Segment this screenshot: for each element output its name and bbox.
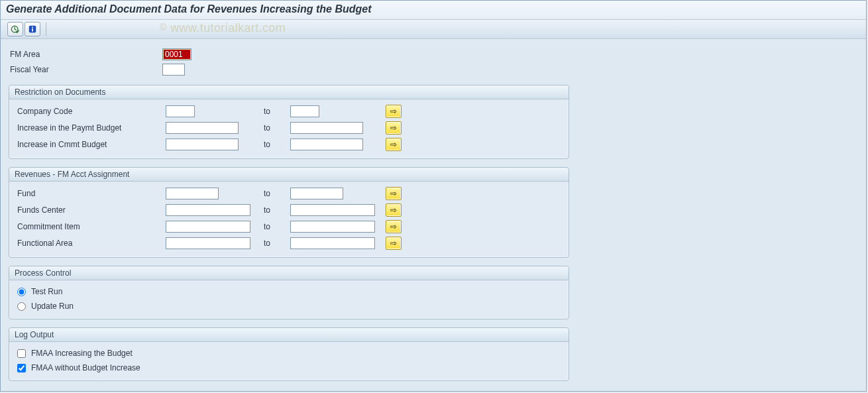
fmaa-increasing-check[interactable] xyxy=(17,349,26,358)
app-window: Generate Additional Document Data for Re… xyxy=(0,0,867,392)
funds-center-row: Funds Center to ⇨ xyxy=(15,202,563,218)
group-revenues-title: Revenues - FM Acct Assignment xyxy=(9,168,569,182)
to-label: to xyxy=(264,222,290,231)
multiple-selection-button[interactable]: ⇨ xyxy=(386,105,402,118)
functional-area-label: Functional Area xyxy=(15,239,166,248)
funds-center-to[interactable] xyxy=(290,204,375,216)
funds-center-from[interactable] xyxy=(166,204,250,216)
company-code-from[interactable] xyxy=(166,105,195,117)
arrow-right-icon: ⇨ xyxy=(390,206,397,214)
group-log-body: FMAA Increasing the Budget FMAA without … xyxy=(9,342,569,380)
company-code-row: Company Code to ⇨ xyxy=(15,103,563,119)
fmaa-without-label: FMAA without Budget Increase xyxy=(31,363,140,372)
arrow-right-icon: ⇨ xyxy=(390,190,397,197)
increase-paymt-to[interactable] xyxy=(290,122,363,134)
increase-cmmt-from[interactable] xyxy=(166,139,239,150)
test-run-radio[interactable] xyxy=(17,288,26,296)
svg-rect-3 xyxy=(32,28,33,31)
to-label: to xyxy=(264,140,290,149)
test-run-row: Test Run xyxy=(15,284,563,299)
update-run-radio[interactable] xyxy=(17,302,26,311)
commitment-item-label: Commitment Item xyxy=(15,222,166,231)
fund-label: Fund xyxy=(15,189,166,198)
toolbar-separator xyxy=(46,23,46,36)
company-code-to[interactable] xyxy=(290,105,319,117)
functional-area-row: Functional Area to ⇨ xyxy=(15,235,563,251)
commitment-item-to[interactable] xyxy=(290,221,375,233)
increase-cmmt-to[interactable] xyxy=(290,139,363,150)
group-process-title: Process Control xyxy=(9,266,569,280)
test-run-label: Test Run xyxy=(31,287,62,296)
watermark: © www.tutorialkart.com xyxy=(160,21,286,35)
header-fields: FM Area Fiscal Year xyxy=(9,47,858,77)
group-restriction-body: Company Code to ⇨ Increase in the Paymt … xyxy=(9,99,569,158)
group-restriction: Restriction on Documents Company Code to… xyxy=(9,85,569,159)
increase-paymt-row: Increase in the Paymt Budget to ⇨ xyxy=(15,120,563,136)
fund-row: Fund to ⇨ xyxy=(15,186,563,201)
group-restriction-title: Restriction on Documents xyxy=(9,85,569,99)
multiple-selection-button[interactable]: ⇨ xyxy=(386,220,402,233)
arrow-right-icon: ⇨ xyxy=(390,107,397,115)
increase-cmmt-row: Increase in Cmmt Budget to ⇨ xyxy=(15,137,563,152)
update-run-row: Update Run xyxy=(15,299,563,313)
fm-area-label: FM Area xyxy=(9,50,162,59)
group-process: Process Control Test Run Update Run xyxy=(9,266,569,319)
app-toolbar: © www.tutorialkart.com xyxy=(1,20,866,39)
form-body: FM Area Fiscal Year Restriction on Docum… xyxy=(1,39,866,393)
fm-area-row: FM Area xyxy=(9,47,858,62)
increase-paymt-label: Increase in the Paymt Budget xyxy=(15,123,166,133)
group-revenues: Revenues - FM Acct Assignment Fund to ⇨ … xyxy=(9,167,569,258)
svg-rect-2 xyxy=(32,27,33,28)
company-code-label: Company Code xyxy=(15,107,166,116)
multiple-selection-button[interactable]: ⇨ xyxy=(386,187,402,200)
to-label: to xyxy=(264,205,290,215)
commitment-item-row: Commitment Item to ⇨ xyxy=(15,219,563,235)
fund-to[interactable] xyxy=(290,188,343,199)
increase-cmmt-label: Increase in Cmmt Budget xyxy=(15,140,166,149)
increase-paymt-from[interactable] xyxy=(166,122,239,134)
group-process-body: Test Run Update Run xyxy=(9,280,569,319)
fiscal-year-input[interactable] xyxy=(162,64,185,76)
execute-button[interactable] xyxy=(7,22,23,36)
to-label: to xyxy=(264,189,290,198)
multiple-selection-button[interactable]: ⇨ xyxy=(386,203,402,217)
arrow-right-icon: ⇨ xyxy=(390,140,397,148)
arrow-right-icon: ⇨ xyxy=(390,239,397,247)
fmaa-without-check[interactable] xyxy=(17,364,26,372)
page-title: Generate Additional Document Data for Re… xyxy=(1,1,866,20)
group-log-title: Log Output xyxy=(9,328,569,342)
to-label: to xyxy=(264,239,290,248)
fund-from[interactable] xyxy=(166,188,219,199)
fmaa-increasing-row: FMAA Increasing the Budget xyxy=(15,346,563,361)
functional-area-from[interactable] xyxy=(166,237,250,249)
clock-check-icon xyxy=(11,25,20,34)
to-label: to xyxy=(264,107,290,116)
update-run-label: Update Run xyxy=(31,302,74,311)
fmaa-without-row: FMAA without Budget Increase xyxy=(15,361,563,375)
multiple-selection-button[interactable]: ⇨ xyxy=(386,121,402,135)
info-button[interactable] xyxy=(25,22,40,36)
fiscal-year-label: Fiscal Year xyxy=(9,65,162,74)
group-revenues-body: Fund to ⇨ Funds Center to ⇨ Commitment I… xyxy=(9,182,569,257)
arrow-right-icon: ⇨ xyxy=(390,124,397,132)
to-label: to xyxy=(264,123,290,133)
fmaa-increasing-label: FMAA Increasing the Budget xyxy=(31,349,133,358)
arrow-right-icon: ⇨ xyxy=(390,223,397,231)
multiple-selection-button[interactable]: ⇨ xyxy=(386,237,402,250)
multiple-selection-button[interactable]: ⇨ xyxy=(386,138,402,151)
fiscal-year-row: Fiscal Year xyxy=(9,62,858,77)
watermark-text: www.tutorialkart.com xyxy=(170,21,286,34)
group-log: Log Output FMAA Increasing the Budget FM… xyxy=(9,327,569,381)
fm-area-input[interactable] xyxy=(162,48,191,60)
funds-center-label: Funds Center xyxy=(15,205,166,215)
functional-area-to[interactable] xyxy=(290,237,375,249)
info-icon xyxy=(28,25,37,34)
commitment-item-from[interactable] xyxy=(166,221,250,233)
